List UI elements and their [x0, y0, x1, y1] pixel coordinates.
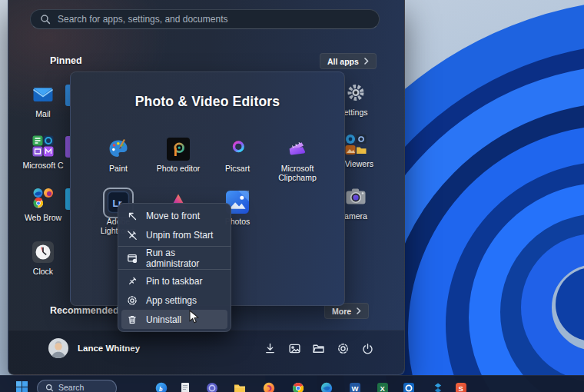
recommended-section-label: Recommended [50, 305, 119, 316]
downloads-button[interactable] [259, 337, 280, 359]
folder-tile-paint[interactable]: Paint [91, 138, 146, 173]
pinned-section-label: Pinned [50, 55, 82, 66]
folder-tile-photo-editor[interactable]: Photo editor [151, 138, 206, 173]
downloads-icon [264, 342, 277, 355]
taskbar-search-label: Search [58, 383, 84, 392]
pinned-tile-microsoft-folder[interactable]: Microsoft C [18, 135, 68, 170]
taskbar-icon-excel[interactable]: X [377, 382, 389, 392]
svg-text:b: b [159, 385, 163, 392]
pinned-tile-mail[interactable]: Mail [18, 83, 68, 118]
all-apps-button[interactable]: All apps [320, 53, 377, 69]
windows-logo [16, 381, 28, 392]
avatar [48, 338, 68, 358]
svg-text:X: X [380, 384, 386, 392]
pinned-tile-web-browsers-folder[interactable]: Web Brow [18, 187, 68, 222]
taskbar-icon-firefox[interactable] [263, 382, 275, 392]
settings-gear-icon [344, 81, 367, 105]
pin-icon [127, 276, 138, 287]
taskbar-icon-word[interactable]: W [349, 382, 361, 392]
app-context-menu: Move to front Unpin from Start Run as ad… [118, 203, 231, 332]
pinned-tile-clock[interactable]: Clock [18, 241, 68, 276]
taskbar-icon-edge[interactable] [320, 382, 333, 392]
taskbar-icon-bing[interactable]: b [155, 382, 168, 392]
start-button[interactable] [16, 381, 28, 392]
start-search-placeholder: Search for apps, settings, and documents [58, 14, 227, 25]
web-browsers-folder-icon [32, 187, 55, 210]
menu-item-pin-to-taskbar[interactable]: Pin to taskbar [121, 271, 227, 291]
folder-tile-picsart[interactable]: Picsart [210, 138, 265, 173]
folder-tile-microsoft-clipchamp[interactable]: Microsoft Clipchamp [270, 138, 325, 183]
taskbar-icon-file-explorer[interactable] [234, 382, 246, 392]
picsart-icon [226, 138, 249, 161]
taskbar-icon-dropbox[interactable] [432, 382, 444, 392]
menu-item-run-as-administrator[interactable]: Run as administrator [121, 248, 227, 267]
svg-text:S: S [458, 384, 463, 392]
taskbar-icon-chrome[interactable] [292, 382, 304, 392]
taskbar-icon-notepad[interactable] [179, 382, 191, 392]
start-search-input[interactable]: Search for apps, settings, and documents [30, 9, 380, 29]
folder-title: Photo & Video Editors [71, 94, 344, 110]
settings-gear-icon [337, 342, 350, 355]
menu-item-uninstall[interactable]: Uninstall [121, 310, 227, 329]
desktop: Search for apps, settings, and documents… [0, 0, 584, 392]
mail-icon [32, 83, 55, 106]
menu-item-app-settings[interactable]: App settings [121, 291, 227, 310]
camera-icon [344, 185, 367, 208]
chevron-right-icon [357, 307, 361, 314]
menu-item-unpin-from-start[interactable]: Unpin from Start [121, 225, 227, 244]
arrow-up-left-icon [127, 211, 138, 221]
svg-text:W: W [351, 384, 358, 392]
menu-separator [118, 269, 231, 270]
user-profile-button[interactable]: Lance Whitney [48, 338, 140, 358]
menu-item-move-to-front[interactable]: Move to front [121, 206, 227, 225]
power-icon [361, 342, 374, 355]
search-icon [45, 384, 54, 392]
search-icon [40, 14, 51, 25]
user-name: Lance Whitney [78, 344, 140, 353]
clipchamp-icon [286, 138, 309, 161]
pictures-icon [288, 342, 301, 355]
taskbar-icon-outlook[interactable] [403, 382, 415, 392]
taskbar-search[interactable]: Search [37, 380, 117, 392]
file-explorer-button[interactable] [307, 337, 329, 359]
folder-icon [312, 342, 325, 355]
admin-window-icon [127, 253, 138, 264]
clock-icon [32, 241, 55, 264]
start-menu-panel: Search for apps, settings, and documents… [8, 0, 405, 375]
gear-icon [127, 295, 138, 306]
unpin-icon [127, 230, 138, 241]
microsoft-apps-folder-icon [32, 135, 55, 158]
power-button[interactable] [357, 337, 378, 359]
trash-icon [127, 314, 138, 325]
settings-button[interactable] [332, 337, 353, 359]
taskbar-icon-teams[interactable] [206, 382, 218, 392]
taskbar-icon-slack[interactable]: S [455, 382, 467, 392]
paint-icon [107, 138, 130, 161]
pictures-button[interactable] [284, 337, 305, 359]
chevron-right-icon [364, 58, 369, 65]
photo-editor-icon [167, 138, 190, 161]
photo-viewers-folder-icon [344, 133, 367, 156]
start-menu-footer: Lance Whitney [8, 330, 404, 374]
